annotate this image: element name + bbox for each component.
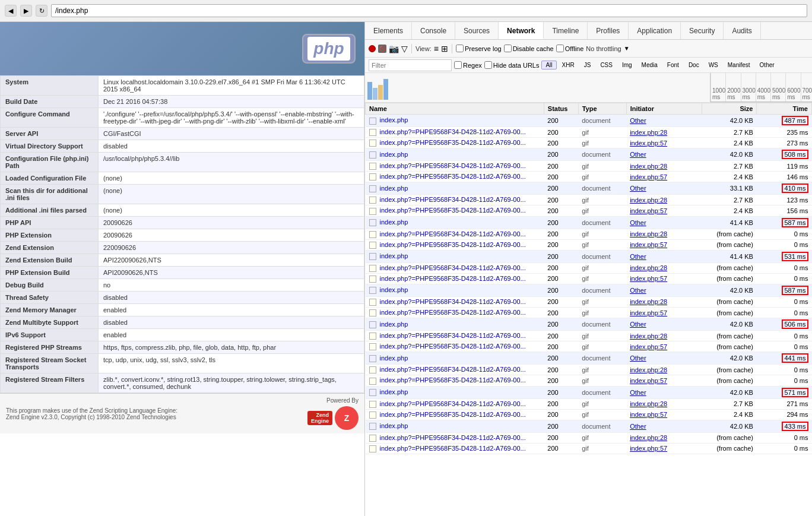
hide-data-urls-check[interactable]: Hide data URLs <box>484 61 540 69</box>
offline-check[interactable]: Offline <box>556 45 584 52</box>
initiator-link[interactable]: index.php:57 <box>630 377 667 384</box>
file-link[interactable]: index.php <box>380 286 408 293</box>
file-link[interactable]: index.php?=PHPE9568F35-D428-11d2-A769-00… <box>380 309 526 316</box>
disable-cache-check[interactable]: Disable cache <box>504 45 554 52</box>
refresh-button[interactable]: ↻ <box>36 5 47 17</box>
initiator-link[interactable]: index.php:28 <box>630 400 667 407</box>
filter-type-doc[interactable]: Doc <box>684 61 703 69</box>
file-link[interactable]: index.php <box>380 321 408 328</box>
file-link[interactable]: index.php?=PHPE9568F34-D428-11d2-A769-00… <box>380 298 526 305</box>
file-link[interactable]: index.php <box>380 252 408 259</box>
file-link[interactable]: index.php?=PHPE9568F34-D428-11d2-A769-00… <box>380 264 526 271</box>
throttling-arrow[interactable]: ▼ <box>624 45 630 52</box>
initiator-link[interactable]: index.php:28 <box>630 264 667 271</box>
initiator-link[interactable]: index.php:28 <box>630 366 667 373</box>
initiator-link[interactable]: index.php:57 <box>630 140 667 147</box>
initiator-link[interactable]: index.php:28 <box>630 333 667 340</box>
initiator-link[interactable]: index.php:57 <box>630 445 667 452</box>
file-link[interactable]: index.php?=PHPE9568F34-D428-11d2-A769-00… <box>380 434 526 441</box>
record-button[interactable] <box>369 45 376 52</box>
filter-type-img[interactable]: Img <box>618 61 636 69</box>
address-bar[interactable] <box>51 4 807 17</box>
file-link[interactable]: index.php <box>380 116 408 124</box>
list-view-button[interactable]: ≡ <box>434 44 439 53</box>
file-link[interactable]: index.php?=PHPE9568F35-D428-11d2-A769-00… <box>380 411 526 418</box>
initiator-link[interactable]: index.php:57 <box>630 275 667 282</box>
file-link[interactable]: index.php?=PHPE9568F34-D428-11d2-A769-00… <box>380 366 526 373</box>
file-link[interactable]: index.php?=PHPE9568F35-D428-11d2-A769-00… <box>380 275 526 282</box>
file-link[interactable]: index.php?=PHPE9568F34-D428-11d2-A769-00… <box>380 128 526 135</box>
regex-check[interactable]: Regex <box>454 61 482 69</box>
filter-type-media[interactable]: Media <box>637 61 662 69</box>
initiator-link[interactable]: index.php:28 <box>630 298 667 305</box>
initiator-link[interactable]: index.php:57 <box>630 241 667 248</box>
filter-type-js[interactable]: JS <box>580 61 595 69</box>
initiator-link[interactable]: index.php:57 <box>630 207 667 214</box>
col-time[interactable]: Time <box>757 103 812 115</box>
initiator-link[interactable]: index.php:57 <box>630 309 667 316</box>
file-link[interactable]: index.php?=PHPE9568F34-D428-11d2-A769-00… <box>380 162 526 169</box>
file-link[interactable]: index.php?=PHPE9568F35-D428-11d2-A769-00… <box>380 376 526 384</box>
file-link[interactable]: index.php <box>380 354 408 362</box>
file-link[interactable]: index.php?=PHPE9568F34-D428-11d2-A769-00… <box>380 332 526 339</box>
tab-network[interactable]: Network <box>499 22 544 39</box>
file-link[interactable]: index.php?=PHPE9568F35-D428-11d2-A769-00… <box>380 139 526 146</box>
initiator-link[interactable]: index.php:28 <box>630 434 667 441</box>
initiator-link[interactable]: index.php:57 <box>630 173 667 181</box>
initiator-link[interactable]: index.php:28 <box>630 197 667 204</box>
tab-timeline[interactable]: Timeline <box>544 22 588 39</box>
tab-application[interactable]: Application <box>629 22 681 39</box>
initiator-link[interactable]: index.php:28 <box>630 230 667 238</box>
file-link[interactable]: index.php?=PHPE9568F35-D428-11d2-A769-00… <box>380 207 526 214</box>
initiator-link[interactable]: index.php:57 <box>630 343 667 350</box>
file-link[interactable]: index.php <box>380 185 408 192</box>
tab-console[interactable]: Console <box>412 22 455 39</box>
filter-type-xhr[interactable]: XHR <box>558 61 579 69</box>
filter-button[interactable]: ▽ <box>401 44 408 53</box>
tab-security[interactable]: Security <box>681 22 724 39</box>
preserve-log-check[interactable]: Preserve log <box>456 45 502 52</box>
regex-checkbox[interactable] <box>454 61 462 69</box>
file-link[interactable]: index.php?=PHPE9568F34-D428-11d2-A769-00… <box>380 230 526 238</box>
file-link[interactable]: index.php?=PHPE9568F35-D428-11d2-A769-00… <box>380 173 526 180</box>
camera-button[interactable]: 📷 <box>389 44 399 53</box>
col-initiator[interactable]: Initiator <box>626 103 702 115</box>
forward-button[interactable]: ▶ <box>20 5 32 17</box>
initiator-cell: index.php:28 <box>626 296 702 307</box>
filter-type-other[interactable]: Other <box>756 61 779 69</box>
filter-type-font[interactable]: Font <box>663 61 683 69</box>
filter-type-ws[interactable]: WS <box>705 61 722 69</box>
col-type[interactable]: Type <box>578 103 626 115</box>
tab-audits[interactable]: Audits <box>724 22 760 39</box>
col-name[interactable]: Name <box>366 103 544 115</box>
filter-input[interactable] <box>369 59 452 71</box>
offline-checkbox[interactable] <box>556 45 564 52</box>
file-link[interactable]: index.php?=PHPE9568F34-D428-11d2-A769-00… <box>380 196 526 203</box>
file-link[interactable]: index.php?=PHPE9568F35-D428-11d2-A769-00… <box>380 241 526 248</box>
col-size[interactable]: Size <box>702 103 757 115</box>
filter-type-css[interactable]: CSS <box>596 61 617 69</box>
file-link[interactable]: index.php <box>380 219 408 226</box>
tab-profiles[interactable]: Profiles <box>588 22 629 39</box>
filter-type-all[interactable]: All <box>541 61 556 69</box>
network-table-wrap[interactable]: Name Status Type Initiator Size Time ind… <box>365 103 812 516</box>
initiator-link[interactable]: index.php:57 <box>630 411 667 418</box>
back-button[interactable]: ◀ <box>5 5 17 17</box>
hide-data-checkbox[interactable] <box>484 61 492 69</box>
tab-sources[interactable]: Sources <box>455 22 499 39</box>
initiator-link[interactable]: index.php:28 <box>630 129 667 136</box>
detail-view-button[interactable]: ⊞ <box>441 44 448 53</box>
file-link[interactable]: index.php <box>380 388 408 395</box>
file-link[interactable]: index.php?=PHPE9568F34-D428-11d2-A769-00… <box>380 400 526 407</box>
preserve-log-checkbox[interactable] <box>456 45 464 52</box>
file-link[interactable]: index.php <box>380 151 408 158</box>
file-link[interactable]: index.php?=PHPE9568F35-D428-11d2-A769-00… <box>380 445 526 452</box>
tab-elements[interactable]: Elements <box>365 22 412 39</box>
filter-type-manifest[interactable]: Manifest <box>724 61 754 69</box>
disable-cache-checkbox[interactable] <box>504 45 512 52</box>
initiator-link[interactable]: index.php:28 <box>630 163 667 170</box>
file-link[interactable]: index.php <box>380 422 408 429</box>
file-link[interactable]: index.php?=PHPE9568F35-D428-11d2-A769-00… <box>380 343 526 350</box>
clear-button[interactable]: 🚫 <box>378 45 386 53</box>
col-status[interactable]: Status <box>544 103 578 115</box>
